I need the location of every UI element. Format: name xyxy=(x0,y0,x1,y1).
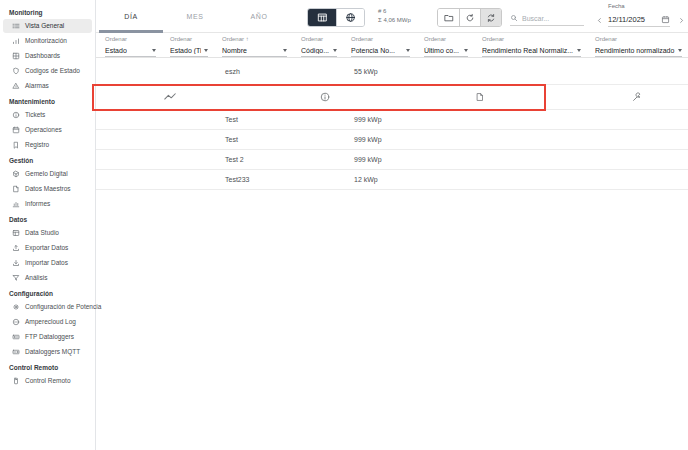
column-header-estado: Ordenar Estado xyxy=(105,36,170,57)
sidebar-item-data-studio[interactable]: Data Studio xyxy=(3,226,92,240)
globe-icon xyxy=(345,12,356,23)
folder-icon xyxy=(444,13,454,23)
map-view-button[interactable] xyxy=(336,9,364,26)
column-header-codigo: Ordenar Código... xyxy=(301,36,351,57)
sidebar-item-label: Gemelo Digital xyxy=(25,170,68,177)
digital-twin-cube-icon xyxy=(12,170,20,178)
row-actions xyxy=(96,85,688,110)
chevron-right-icon[interactable] xyxy=(676,14,686,26)
table-row[interactable]: Test233 12 kWp xyxy=(96,170,688,190)
column-header-rendimiento-real: Ordenar Rendimiento Real Normaliz... xyxy=(482,36,595,57)
shield-icon xyxy=(12,67,20,75)
summary-stats: # 6 Σ 4,06 MWp xyxy=(378,7,411,25)
tab-ano[interactable]: AÑO xyxy=(227,0,291,33)
sort-select-estado[interactable]: Estado xyxy=(105,45,156,57)
document-icon[interactable] xyxy=(475,92,485,102)
table-row[interactable]: Test 999 kWp xyxy=(96,110,688,130)
sidebar-item-operaciones[interactable]: Operaciones xyxy=(3,123,92,137)
sort-select-rendimiento-normalizado[interactable]: Rendimiento normalizado ... xyxy=(595,45,682,57)
caret-down-icon xyxy=(464,49,468,52)
sort-select-codigo[interactable]: Código... xyxy=(301,45,337,57)
table-view-icon xyxy=(317,12,328,23)
sidebar-item-label: Monitorización xyxy=(25,37,67,44)
search-input[interactable] xyxy=(522,15,580,22)
bookmark-icon xyxy=(12,141,20,149)
info-icon[interactable] xyxy=(320,92,331,103)
table-header: Ordenar Estado Ordenar Estado (Ticke... … xyxy=(96,33,688,58)
cell-nombre: Test 2 xyxy=(222,156,301,163)
warning-triangle-icon xyxy=(12,82,20,90)
caret-down-icon xyxy=(204,49,208,52)
sidebar-item-informes[interactable]: Informes xyxy=(3,197,92,211)
sort-select-estado-ticket[interactable]: Estado (Ticke... xyxy=(170,45,208,57)
table-view-button[interactable] xyxy=(308,9,336,26)
tab-dia[interactable]: DÍA xyxy=(99,0,163,33)
sidebar-item-tickets[interactable]: Tickets xyxy=(3,108,92,122)
sidebar-item-dataloggers-mqtt[interactable]: Dataloggers MQTT xyxy=(3,345,92,359)
report-chart-icon xyxy=(12,200,20,208)
sort-select-rendimiento-real[interactable]: Rendimiento Real Normaliz... xyxy=(482,45,581,57)
sort-select-potencia[interactable]: Potencia No... xyxy=(351,45,410,57)
date-label: Fecha xyxy=(608,3,625,9)
cell-nombre: Test xyxy=(222,116,301,123)
sidebar-item-vista-general[interactable]: Vista General xyxy=(3,19,92,33)
sidebar-item-exportar-datos[interactable]: Exportar Datos xyxy=(3,241,92,255)
auto-refresh-button[interactable] xyxy=(480,9,501,26)
sidebar-section-configuracion: Configuración xyxy=(0,286,95,300)
sidebar-item-datos-maestros[interactable]: Datos Maestros xyxy=(3,182,92,196)
column-header-ultimo-contacto: Ordenar Último co... xyxy=(424,36,482,57)
sidebar-item-label: Operaciones xyxy=(25,126,62,133)
caret-down-icon xyxy=(152,49,156,52)
sort-ascending-icon: ↑ xyxy=(246,36,249,42)
cell-potencia: 999 kWp xyxy=(351,156,424,163)
column-header-nombre: Ordenar ↑ Nombre xyxy=(222,36,301,57)
datalogger-box-icon xyxy=(12,333,20,341)
sidebar-item-label: Exportar Datos xyxy=(25,244,68,251)
date-value: 12/11/2025 xyxy=(608,15,645,24)
chevron-left-icon[interactable] xyxy=(594,14,604,26)
cell-nombre: Test xyxy=(222,136,301,143)
caret-down-icon xyxy=(283,49,287,52)
export-arrow-icon xyxy=(12,244,20,252)
cell-potencia: 12 kWp xyxy=(351,176,424,183)
wrench-icon[interactable] xyxy=(632,92,643,103)
cell-nombre: eszh xyxy=(222,68,301,75)
sidebar-item-importar-datos[interactable]: Importar Datos xyxy=(3,256,92,270)
sidebar-item-monitorizacion[interactable]: Monitorización xyxy=(3,34,92,48)
sort-select-nombre[interactable]: Nombre xyxy=(222,45,287,57)
sidebar-item-control-remoto[interactable]: Control Remoto xyxy=(3,374,92,388)
sidebar-item-amperecloud-log[interactable]: Amperecloud Log xyxy=(3,315,92,329)
table-row[interactable]: eszh 55 kWp xyxy=(96,58,688,85)
sidebar-item-analisis[interactable]: Análisis xyxy=(3,271,92,285)
sidebar-item-codigos-de-estado[interactable]: Codigos de Estado xyxy=(3,64,92,78)
sort-select-ultimo-contacto[interactable]: Último co... xyxy=(424,45,468,57)
calendar-icon xyxy=(12,126,20,134)
datalogger-box-alt-icon xyxy=(12,348,20,356)
power-gear-icon xyxy=(12,303,20,311)
folder-button[interactable] xyxy=(438,9,459,26)
sidebar-item-label: Datos Maestros xyxy=(25,185,71,192)
sidebar-item-configuracion-de-potencia[interactable]: Configuración de Potencia xyxy=(3,300,92,314)
tab-mes[interactable]: MES xyxy=(163,0,227,33)
view-list-icon xyxy=(12,22,20,30)
caret-down-icon xyxy=(406,49,410,52)
plant-count: # 6 xyxy=(378,7,411,16)
search-box xyxy=(510,11,584,26)
view-toggle-group xyxy=(307,8,365,27)
sidebar-item-dashboards[interactable]: Dashboards xyxy=(3,49,92,63)
sidebar-item-label: Configuración de Potencia xyxy=(25,303,101,310)
sidebar-item-label: Tickets xyxy=(25,111,45,118)
table-row[interactable]: Test 999 kWp xyxy=(96,130,688,150)
date-field[interactable]: 12/11/2025 xyxy=(608,12,670,27)
sidebar-item-ftp-dataloggers[interactable]: FTP Dataloggers xyxy=(3,330,92,344)
document-icon xyxy=(12,185,20,193)
sidebar-item-alarmas[interactable]: Alarmas xyxy=(3,79,92,93)
table-grid-icon xyxy=(12,229,20,237)
sidebar-item-gemelo-digital[interactable]: Gemelo Digital xyxy=(3,167,92,181)
sync-icon xyxy=(486,13,496,23)
refresh-button[interactable] xyxy=(459,9,480,26)
trend-chart-icon[interactable] xyxy=(164,91,177,104)
calendar-icon[interactable] xyxy=(661,10,670,28)
table-row[interactable]: Test 2 999 kWp xyxy=(96,150,688,170)
sidebar-item-registro[interactable]: Registro xyxy=(3,138,92,152)
